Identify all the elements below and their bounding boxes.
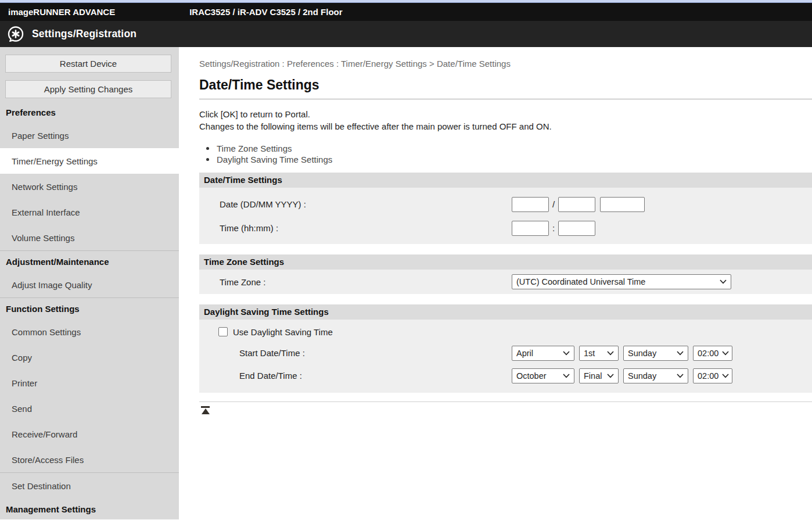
time-minute-input[interactable]	[558, 221, 595, 236]
sidebar-item-receive-forward[interactable]: Receive/Forward	[0, 421, 179, 447]
sidebar-section-function-settings: Function Settings	[0, 298, 179, 319]
date-label: Date (DD/MM YYYY) :	[199, 199, 512, 209]
date-month-input[interactable]	[558, 197, 595, 212]
brand-title: imageRUNNER ADVANCE	[8, 7, 115, 17]
chevron-down-icon	[722, 351, 729, 356]
intro-line-2: Changes to the following items will be e…	[199, 120, 812, 132]
main-content: Settings/Registration : Preferences : Ti…	[179, 47, 812, 519]
dst-start-row: Start Date/Time : April 1st Su	[199, 342, 812, 364]
sidebar-item-printer[interactable]: Printer	[0, 370, 179, 396]
dst-start-time-select[interactable]: 02:00	[693, 346, 732, 361]
dst-start-weekday-value: Sunday	[628, 349, 656, 358]
device-name: IRAC3525 / iR-ADV C3525 / 2nd Floor	[189, 7, 342, 17]
dst-section-header: Daylight Saving Time Settings	[199, 304, 812, 320]
dst-start-ordinal-select[interactable]: 1st	[579, 346, 619, 361]
sidebar-item-external-interface[interactable]: External Interface	[0, 199, 179, 225]
chevron-down-icon	[563, 351, 570, 356]
sidebar-item-store-access-files[interactable]: Store/Access Files	[0, 447, 179, 472]
scroll-to-top-icon[interactable]	[201, 406, 210, 414]
sidebar-section-management-settings: Management Settings	[0, 499, 179, 519]
settings-gear-icon	[6, 25, 25, 44]
app-header-bar: Settings/Registration	[0, 21, 812, 47]
sidebar-item-volume-settings[interactable]: Volume Settings	[0, 225, 179, 250]
dst-start-label: Start Date/Time :	[199, 348, 512, 358]
title-divider	[199, 99, 812, 99]
dst-end-weekday-value: Sunday	[628, 371, 656, 381]
chevron-down-icon	[607, 374, 614, 378]
notice-bullet-list: Time Zone Settings Daylight Saving Time …	[199, 143, 812, 165]
datetime-section-header: Date/Time Settings	[199, 173, 812, 188]
sidebar-item-common-settings[interactable]: Common Settings	[0, 319, 179, 345]
chevron-down-icon	[677, 351, 684, 356]
dst-end-row: End Date/Time : October Final	[199, 364, 812, 387]
app-title: Settings/Registration	[32, 28, 136, 40]
chevron-down-icon	[720, 279, 727, 284]
sidebar-item-copy[interactable]: Copy	[0, 345, 179, 370]
sidebar-item-adjust-image-quality[interactable]: Adjust Image Quality	[0, 272, 179, 297]
breadcrumb[interactable]: Settings/Registration : Preferences : Ti…	[199, 59, 812, 69]
apply-setting-changes-button[interactable]: Apply Setting Changes	[5, 80, 171, 98]
sidebar-nav: Preferences Paper Settings Timer/Energy …	[0, 102, 179, 519]
use-dst-checkbox[interactable]	[218, 327, 228, 336]
dst-start-weekday-select[interactable]: Sunday	[623, 346, 688, 361]
dst-end-label: End Date/Time :	[199, 371, 512, 381]
dst-start-time-value: 02:00	[698, 349, 718, 358]
chevron-down-icon	[677, 374, 684, 378]
dst-settings-section: Daylight Saving Time Settings Use Daylig…	[199, 304, 812, 393]
sidebar-item-timer-energy-settings[interactable]: Timer/Energy Settings	[0, 148, 179, 174]
sidebar-section-adjustment-maintenance: Adjustment/Maintenance	[0, 251, 179, 272]
intro-line-1: Click [OK] to return to Portal.	[199, 108, 812, 120]
timezone-select[interactable]: (UTC) Coordinated Universal Time	[512, 274, 731, 289]
dst-end-ordinal-select[interactable]: Final	[579, 368, 619, 383]
dst-end-month-value: October	[516, 371, 547, 381]
chevron-down-icon	[722, 374, 729, 378]
date-day-input[interactable]	[512, 197, 549, 212]
sidebar-item-network-settings[interactable]: Network Settings	[0, 174, 179, 199]
use-dst-label[interactable]: Use Daylight Saving Time	[233, 327, 333, 337]
dst-end-month-select[interactable]: October	[512, 368, 574, 383]
sidebar-item-send[interactable]: Send	[0, 396, 179, 421]
restart-device-button[interactable]: Restart Device	[5, 55, 171, 73]
bottom-divider	[199, 401, 812, 402]
page-title: Date/Time Settings	[199, 77, 812, 93]
time-separator: :	[552, 223, 555, 233]
time-row: Time (hh:mm) : :	[199, 216, 812, 240]
settings-sidebar: Restart Device Apply Setting Changes Pre…	[0, 47, 179, 519]
device-header-bar: imageRUNNER ADVANCE IRAC3525 / iR-ADV C3…	[0, 3, 812, 21]
date-separator: /	[552, 199, 555, 209]
date-row: Date (DD/MM YYYY) : /	[199, 192, 812, 216]
dst-end-time-select[interactable]: 02:00	[693, 368, 732, 383]
sidebar-section-preferences: Preferences	[0, 102, 179, 123]
timezone-row: Time Zone : (UTC) Coordinated Universal …	[199, 274, 812, 289]
time-label: Time (hh:mm) :	[199, 223, 512, 233]
timezone-settings-section: Time Zone Settings Time Zone : (UTC) Coo…	[199, 254, 812, 294]
use-dst-row: Use Daylight Saving Time	[199, 320, 812, 339]
dst-start-ordinal-value: 1st	[584, 349, 595, 358]
time-hour-input[interactable]	[512, 221, 549, 236]
bullet-daylight-saving: Daylight Saving Time Settings	[199, 154, 812, 165]
timezone-selected-value: (UTC) Coordinated Universal Time	[516, 277, 645, 286]
bullet-time-zone-settings: Time Zone Settings	[199, 143, 812, 154]
dst-start-month-value: April	[516, 349, 533, 358]
timezone-label: Time Zone :	[199, 277, 512, 287]
dst-end-ordinal-value: Final	[584, 371, 602, 381]
date-year-input[interactable]	[600, 197, 645, 212]
dst-end-time-value: 02:00	[698, 371, 718, 381]
datetime-settings-section: Date/Time Settings Date (DD/MM YYYY) : /…	[199, 173, 812, 244]
chevron-down-icon	[607, 351, 614, 356]
chevron-down-icon	[563, 374, 570, 378]
timezone-section-header: Time Zone Settings	[199, 254, 812, 270]
sidebar-item-set-destination[interactable]: Set Destination	[0, 473, 179, 499]
dst-start-month-select[interactable]: April	[512, 346, 574, 361]
dst-end-weekday-select[interactable]: Sunday	[623, 368, 688, 383]
sidebar-item-paper-settings[interactable]: Paper Settings	[0, 123, 179, 148]
